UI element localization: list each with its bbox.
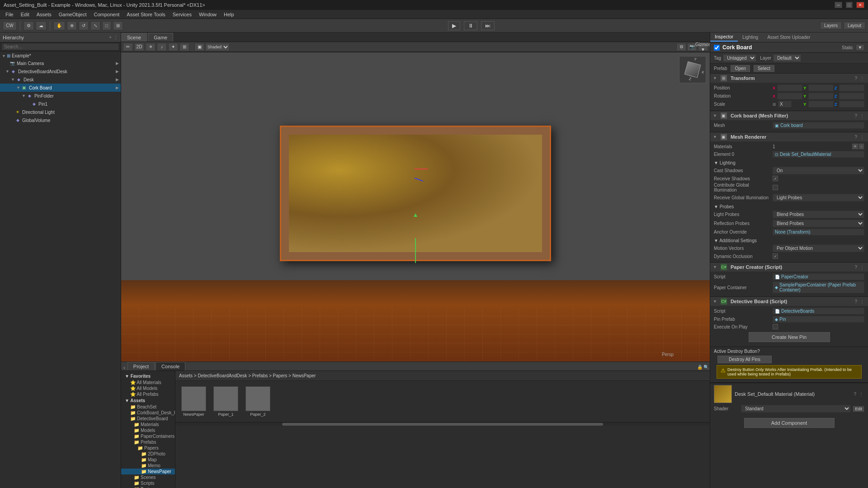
scene-fx-btn[interactable]: ✦ <box>168 43 178 51</box>
proj-papers[interactable]: 📁 Papers <box>121 445 175 451</box>
create-pin-button[interactable]: Create New Pin <box>749 332 830 342</box>
tool-move[interactable]: ⊕ <box>67 21 77 30</box>
proj-prefabs[interactable]: 📁 Prefabs <box>121 439 175 445</box>
hier-menu-btn[interactable]: ⋮ <box>113 35 118 40</box>
hier-item-corkboard[interactable]: ▼ ▣ Cork Board ▶ <box>0 84 121 92</box>
lightprobes-select[interactable]: Blend Probes <box>773 211 864 218</box>
tag-select[interactable]: Untagged <box>723 54 756 62</box>
scene-gizmos-btn[interactable]: Gizmos ▼ <box>698 43 708 51</box>
menu-services[interactable]: Services <box>169 12 195 17</box>
proj-materials[interactable]: 📁 Materials <box>121 422 175 427</box>
tab-game[interactable]: Game <box>148 33 173 42</box>
proj-favorites[interactable]: ▼ Favorites <box>121 373 175 380</box>
proj-map[interactable]: 📁 Map <box>121 457 175 463</box>
hier-item-example[interactable]: ▼ ⊞ Example* <box>0 52 121 59</box>
proj-corkboard[interactable]: 📁 CorkBoard_Desk_Free <box>121 410 175 416</box>
tool-rect[interactable]: □ <box>102 21 111 30</box>
viewport[interactable]: Y X Z Persp <box>121 52 710 361</box>
detectiveboard-menu-btn[interactable]: ⋮ <box>859 299 865 304</box>
papercreator-menu-btn[interactable]: ⋮ <box>859 265 865 270</box>
receivegi-select[interactable]: Light Probes <box>773 194 864 202</box>
layer-select[interactable]: Default <box>773 54 801 62</box>
proj-all-materials[interactable]: ⭐ All Materials <box>121 380 175 385</box>
bottom-search-btn[interactable]: 🔍 <box>703 365 709 370</box>
insp-tab-inspector[interactable]: Inspector <box>710 33 738 42</box>
meshrenderer-question-btn[interactable]: ? <box>854 135 858 140</box>
proj-2dphoto[interactable]: 📁 2DPhoto <box>121 451 175 457</box>
pause-button[interactable]: ⏸ <box>464 21 477 30</box>
destroy-all-pins-btn[interactable]: Destroy All Pins <box>717 356 772 363</box>
transform-header[interactable]: ▼ ⊞ Transform ? ⋮ <box>710 74 868 83</box>
proj-newspaper[interactable]: 📁 NewsPaper <box>121 469 175 474</box>
menu-edit[interactable]: Edit <box>17 12 33 17</box>
hier-add-btn[interactable]: + <box>109 35 112 40</box>
insp-tab-assetstoreuploader[interactable]: Asset Store Uploader <box>763 33 815 41</box>
position-z-input[interactable]: 0 <box>839 84 864 91</box>
mesh-value[interactable]: ▣ Cork board <box>773 122 864 129</box>
position-x-input[interactable]: 0 <box>777 84 802 91</box>
bottom-lock-btn[interactable]: 🔒 <box>697 365 703 370</box>
proj-all-prefabs[interactable]: ⭐ All Prefabs <box>121 391 175 397</box>
probes-subsection[interactable]: ▼ Probes <box>714 203 864 211</box>
scene-scene-btn[interactable]: ⊞ <box>179 43 189 51</box>
file-paper2[interactable]: Paper_2 <box>243 385 273 418</box>
shader-select[interactable]: Standard <box>741 405 851 413</box>
prefab-select-btn[interactable]: Select <box>754 65 774 72</box>
scene-gizmo-cube[interactable]: Y X Z <box>679 56 706 83</box>
minimize-btn[interactable]: ─ <box>835 2 842 8</box>
tab-console[interactable]: Console <box>156 362 185 371</box>
element0-value[interactable]: ⊡ Desk Set_DefaultMaterial <box>773 151 864 158</box>
tool-hand[interactable]: ✋ <box>53 21 65 30</box>
scale-y-input[interactable]: 1 <box>808 101 834 108</box>
reflectionprobes-select[interactable]: Blend Probes <box>773 220 864 227</box>
layout-dropdown[interactable]: Layout <box>844 22 865 29</box>
insp-tab-lighting[interactable]: Lighting <box>738 33 763 41</box>
proj-papercontainers[interactable]: 📁 PaperContainers <box>121 433 175 439</box>
meshfilter-header[interactable]: ▼ ▣ Cork board (Mesh Filter) ? ⋮ <box>710 111 868 120</box>
comp-menu-btn[interactable]: ⋮ <box>859 76 865 81</box>
tab-project[interactable]: Project <box>127 362 155 371</box>
rotation-x-input[interactable]: 0 <box>777 93 802 99</box>
menu-assetstoretools[interactable]: Asset Store Tools <box>123 12 169 17</box>
scene-render-btn[interactable]: ▣ <box>194 43 204 51</box>
shader-edit-btn[interactable]: Edit <box>853 406 864 412</box>
anchoroverride-value[interactable]: None (Transform) <box>773 229 864 235</box>
scene-rendermode-select[interactable]: Shaded <box>205 43 230 51</box>
prefab-open-btn[interactable]: Open <box>731 65 750 72</box>
hier-item-detectiveboard[interactable]: ▼ ◆ DetectiveBoardAndDesk ▶ <box>0 67 121 75</box>
receiveshadows-checkbox[interactable]: ✓ <box>773 176 778 181</box>
meshrenderer-menu-btn[interactable]: ⋮ <box>859 135 865 140</box>
add-component-btn[interactable]: Add Component <box>744 418 835 428</box>
hier-item-directionallight[interactable]: ☀ Directional Light <box>0 108 121 116</box>
scale-z-input[interactable]: 1 <box>839 101 864 108</box>
materials-add-btn[interactable]: + <box>852 143 859 150</box>
close-btn[interactable]: ✕ <box>856 2 864 8</box>
menu-component[interactable]: Component <box>90 12 123 17</box>
rotation-y-input[interactable]: 0 <box>808 93 834 99</box>
file-newspaper[interactable]: NewsPaper <box>179 385 208 418</box>
tool-transform[interactable]: ⊞ <box>113 21 123 30</box>
papercreator-question-btn[interactable]: ? <box>854 265 858 270</box>
pinprefab-value[interactable]: ◆ Pin <box>773 316 864 323</box>
step-button[interactable]: ⏭ <box>481 21 495 30</box>
detectiveboard-header[interactable]: ▼ C# Detective Board (Script) ? ⋮ <box>710 297 868 306</box>
layers-dropdown[interactable]: Layers <box>820 22 842 29</box>
maximize-btn[interactable]: □ <box>846 2 853 8</box>
proj-scenes[interactable]: 📁 Scenes <box>121 474 175 480</box>
detectiveboard-script-value[interactable]: 📄 DetectiveBoards <box>773 308 864 314</box>
papercontainer-value[interactable]: ◆ SamplePaperContainer (Paper Prefab Con… <box>773 282 864 293</box>
hier-item-pin1[interactable]: ◆ Pin1 <box>0 100 121 108</box>
contribgi-checkbox[interactable] <box>773 185 778 190</box>
menu-help[interactable]: Help <box>220 12 238 17</box>
play-button[interactable]: ▶ <box>448 21 460 30</box>
meshfilter-menu-btn[interactable]: ⋮ <box>859 113 865 118</box>
material-question-btn[interactable]: ? <box>853 392 857 397</box>
menu-assets[interactable]: Assets <box>33 12 55 17</box>
tab-scene[interactable]: Scene <box>121 33 147 42</box>
hier-item-desk[interactable]: ▼ ◆ Desk ▶ <box>0 75 121 84</box>
tool-scale[interactable]: ⤡ <box>90 21 100 30</box>
meshrenderer-header[interactable]: ▼ ▣ Mesh Renderer ? ⋮ <box>710 132 868 141</box>
proj-scripts[interactable]: 📁 Scripts <box>121 480 175 486</box>
scale-x-input[interactable] <box>778 101 792 108</box>
menu-gameobject[interactable]: GameObject <box>55 12 90 17</box>
